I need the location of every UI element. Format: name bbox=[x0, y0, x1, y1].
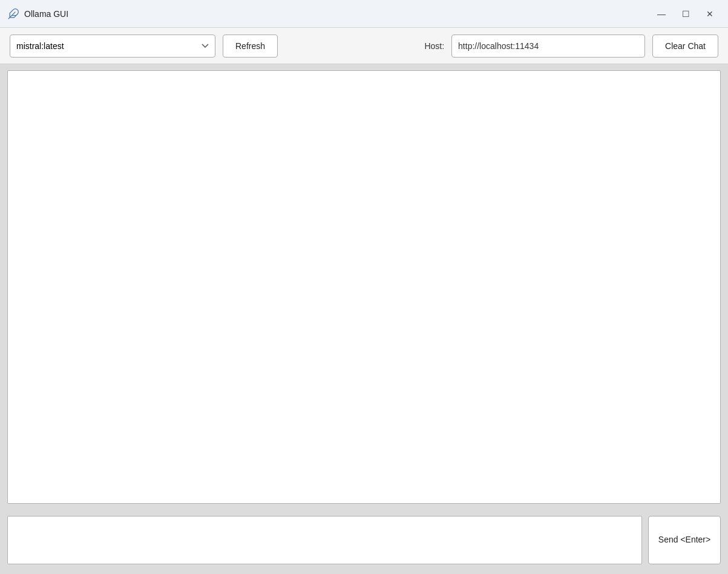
title-bar: Ollama GUI — ☐ ✕ bbox=[0, 0, 728, 28]
model-select[interactable]: mistral:latest bbox=[10, 35, 215, 58]
refresh-button[interactable]: Refresh bbox=[223, 35, 278, 58]
clear-chat-button[interactable]: Clear Chat bbox=[652, 35, 718, 58]
chat-area-wrapper bbox=[0, 64, 728, 510]
host-input[interactable] bbox=[451, 35, 645, 58]
maximize-button[interactable]: ☐ bbox=[675, 4, 697, 24]
main-content: Send <Enter> bbox=[0, 64, 728, 574]
host-label: Host: bbox=[424, 41, 444, 51]
minimize-button[interactable]: — bbox=[651, 4, 672, 24]
title-bar-left: Ollama GUI bbox=[7, 8, 68, 20]
app-title: Ollama GUI bbox=[24, 9, 68, 19]
feather-icon bbox=[7, 8, 19, 20]
send-button[interactable]: Send <Enter> bbox=[648, 516, 721, 564]
message-input[interactable] bbox=[7, 516, 642, 564]
input-area: Send <Enter> bbox=[0, 510, 728, 574]
toolbar: mistral:latest Refresh Host: Clear Chat bbox=[0, 28, 728, 64]
close-button[interactable]: ✕ bbox=[699, 4, 721, 24]
chat-display[interactable] bbox=[7, 70, 721, 504]
title-bar-controls: — ☐ ✕ bbox=[651, 4, 721, 24]
